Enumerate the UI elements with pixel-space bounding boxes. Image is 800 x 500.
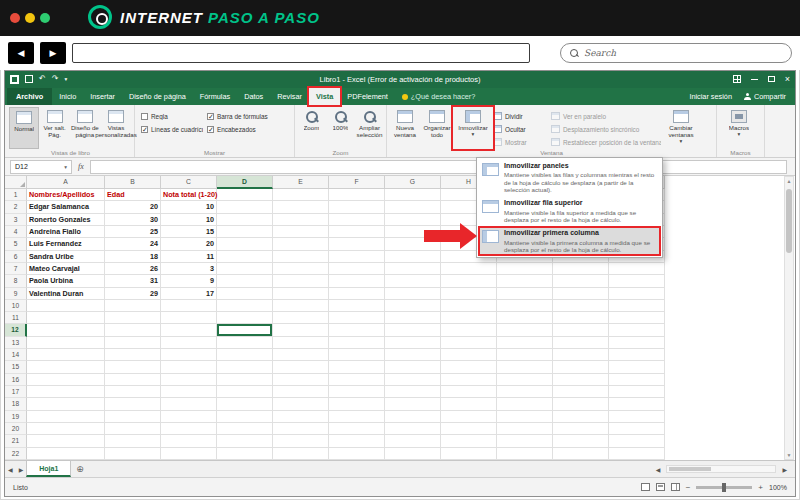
cell-k17[interactable] [609, 386, 665, 398]
close-icon[interactable]: × [785, 75, 790, 84]
cell-f6[interactable] [329, 251, 385, 263]
cell-a11[interactable] [27, 312, 105, 324]
ribbon-tab-archivo[interactable]: Archivo [7, 88, 52, 105]
ampliar-seleccion-button[interactable]: Ampliar selección [355, 107, 384, 149]
cell-f16[interactable] [329, 374, 385, 386]
cell-j18[interactable] [553, 398, 609, 410]
cell-k18[interactable] [609, 398, 665, 410]
new-sheet-icon[interactable]: ⊕ [76, 462, 84, 477]
cell-i15[interactable] [497, 361, 553, 373]
ribbon-tab-vista[interactable]: Vista [309, 88, 340, 105]
normal-button[interactable]: Normal [9, 107, 39, 149]
checkbox-regla[interactable]: Regla [141, 113, 203, 120]
cell-h13[interactable] [441, 337, 497, 349]
row-header-15[interactable]: 15 [5, 361, 27, 373]
cell-f7[interactable] [329, 263, 385, 275]
cell-e5[interactable] [273, 238, 329, 250]
cell-e4[interactable] [273, 226, 329, 238]
cell-c15[interactable] [161, 361, 217, 373]
cell-e3[interactable] [273, 214, 329, 226]
cell-g19[interactable] [385, 411, 441, 423]
cell-g13[interactable] [385, 337, 441, 349]
cell-h15[interactable] [441, 361, 497, 373]
cell-d7[interactable] [217, 263, 273, 275]
row-header-17[interactable]: 17 [5, 386, 27, 398]
cell-k16[interactable] [609, 374, 665, 386]
cell-b22[interactable] [105, 448, 161, 460]
cell-d17[interactable] [217, 386, 273, 398]
cell-b12[interactable] [105, 324, 161, 336]
cell-e12[interactable] [273, 324, 329, 336]
cell-f11[interactable] [329, 312, 385, 324]
row-header-5[interactable]: 5 [5, 238, 27, 250]
cell-e15[interactable] [273, 361, 329, 373]
cell-c1[interactable]: Nota total (1-20) [161, 189, 217, 201]
cell-k19[interactable] [609, 411, 665, 423]
cell-d2[interactable] [217, 201, 273, 213]
cell-i12[interactable] [497, 324, 553, 336]
cell-h9[interactable] [441, 288, 497, 300]
cell-d11[interactable] [217, 312, 273, 324]
row-header-9[interactable]: 9 [5, 288, 27, 300]
row-header-20[interactable]: 20 [5, 423, 27, 435]
cell-i10[interactable] [497, 300, 553, 312]
cell-d8[interactable] [217, 275, 273, 287]
cell-j10[interactable] [553, 300, 609, 312]
cell-c5[interactable]: 20 [161, 238, 217, 250]
cell-k7[interactable] [609, 263, 665, 275]
cell-a21[interactable] [27, 435, 105, 447]
cell-b9[interactable]: 29 [105, 288, 161, 300]
horizontal-scrollbar-thumb[interactable] [669, 467, 711, 471]
cell-k14[interactable] [609, 349, 665, 361]
cell-i17[interactable] [497, 386, 553, 398]
formula-input[interactable] [90, 160, 787, 174]
cell-c8[interactable]: 9 [161, 275, 217, 287]
ribbon-tab-inicio[interactable]: Inicio [52, 88, 83, 105]
hscroll-right-icon[interactable]: ▶ [779, 466, 790, 473]
cell-j7[interactable] [553, 263, 609, 275]
cell-e17[interactable] [273, 386, 329, 398]
cell-f4[interactable] [329, 226, 385, 238]
row-header-6[interactable]: 6 [5, 251, 27, 263]
cell-b19[interactable] [105, 411, 161, 423]
cell-f9[interactable] [329, 288, 385, 300]
cell-e13[interactable] [273, 337, 329, 349]
cell-d10[interactable] [217, 300, 273, 312]
cell-e7[interactable] [273, 263, 329, 275]
cell-i11[interactable] [497, 312, 553, 324]
cell-k9[interactable] [609, 288, 665, 300]
column-header-f[interactable]: F [329, 176, 385, 189]
address-bar[interactable] [72, 43, 530, 63]
cell-g22[interactable] [385, 448, 441, 460]
cell-c21[interactable] [161, 435, 217, 447]
cell-h10[interactable] [441, 300, 497, 312]
cell-h14[interactable] [441, 349, 497, 361]
sheet-tab-hoja1[interactable]: Hoja1 [26, 461, 71, 477]
row-header-2[interactable]: 2 [5, 201, 27, 213]
cell-e6[interactable] [273, 251, 329, 263]
cell-a15[interactable] [27, 361, 105, 373]
sheet-nav-right-icon[interactable]: ▶ [16, 466, 27, 473]
cell-a2[interactable]: Edgar Salamanca [27, 201, 105, 213]
scroll-down-icon[interactable]: ▼ [787, 451, 792, 459]
cell-a12[interactable] [27, 324, 105, 336]
ribbon-tab-pdfelement[interactable]: PDFelement [340, 88, 395, 105]
cell-f1[interactable] [329, 189, 385, 201]
cell-g2[interactable] [385, 201, 441, 213]
cell-k15[interactable] [609, 361, 665, 373]
switch-windows-button[interactable]: Cambiar ventanas ▾ [661, 107, 701, 149]
cell-b6[interactable]: 18 [105, 251, 161, 263]
sign-in-link[interactable]: Iniciar sesión [689, 92, 732, 101]
column-header-e[interactable]: E [273, 176, 329, 189]
search-box[interactable] [560, 43, 792, 63]
cell-g6[interactable] [385, 251, 441, 263]
column-header-g[interactable]: G [385, 176, 441, 189]
cell-i16[interactable] [497, 374, 553, 386]
cell-f21[interactable] [329, 435, 385, 447]
cell-k12[interactable] [609, 324, 665, 336]
ribbon-tab-que-desea-hacer[interactable]: ¿Qué desea hacer? [395, 88, 483, 105]
cell-i22[interactable] [497, 448, 553, 460]
cell-j15[interactable] [553, 361, 609, 373]
cell-f8[interactable] [329, 275, 385, 287]
zoom-level[interactable]: 100% [769, 484, 787, 491]
